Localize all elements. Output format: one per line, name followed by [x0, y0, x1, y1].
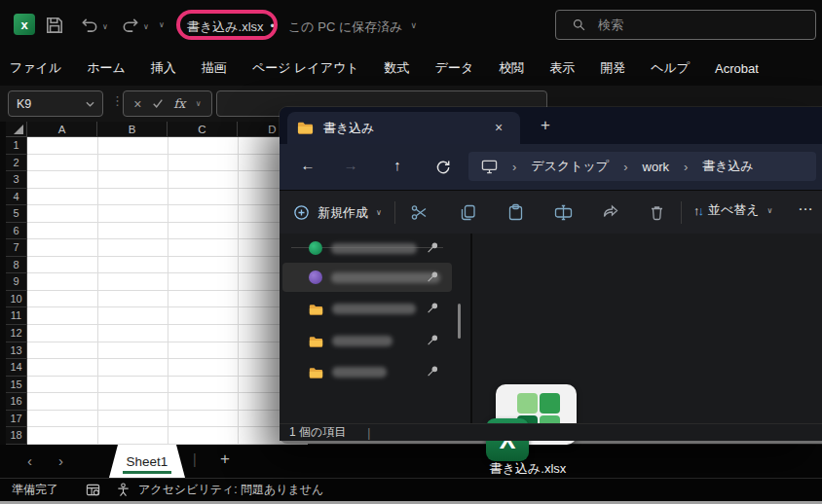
tab-close-icon[interactable]: ×	[489, 119, 508, 138]
sheet-prev-icon[interactable]: ‹	[27, 452, 32, 469]
row-header-1[interactable]: 1	[6, 137, 27, 155]
row-header-9[interactable]: 9	[6, 273, 27, 291]
row-header-5[interactable]: 5	[6, 205, 27, 223]
ribbon-tab-9[interactable]: 開発	[600, 59, 625, 77]
sidebar-item-4[interactable]	[282, 357, 452, 386]
sort-icon: ↑↓	[693, 203, 702, 218]
sheet-next-icon[interactable]: ›	[58, 452, 63, 469]
accessibility-status[interactable]: アクセシビリティ: 問題ありません	[138, 482, 323, 498]
rename-icon[interactable]	[554, 203, 573, 222]
column-header-B[interactable]: B	[97, 122, 168, 137]
ribbon-tab-11[interactable]: Acrobat	[715, 61, 759, 76]
file-name-label[interactable]: 書き込み.xlsx	[450, 460, 606, 478]
ribbon-tab-4[interactable]: ページ レイアウト	[252, 59, 359, 77]
pin-icon[interactable]	[426, 334, 439, 347]
back-icon[interactable]: ←	[297, 157, 318, 178]
ribbon-tab-8[interactable]: 表示	[549, 59, 575, 77]
refresh-icon[interactable]	[431, 157, 453, 178]
quick-access-toolbar-chevron[interactable]: ∨	[159, 20, 165, 29]
breadcrumb-item-0[interactable]: デスクトップ	[531, 158, 609, 175]
sort-button[interactable]: ↑↓ 並べ替え ∨	[693, 201, 772, 219]
more-options-icon[interactable]: …	[798, 197, 815, 214]
column-header-A[interactable]: A	[27, 122, 97, 137]
row-header-13[interactable]: 13	[6, 342, 27, 360]
item-count: 1 個の項目	[289, 424, 346, 441]
row-header-12[interactable]: 12	[6, 325, 27, 342]
name-box[interactable]: K9	[8, 90, 103, 117]
add-sheet-button[interactable]: +	[220, 450, 230, 469]
cells-area[interactable]	[27, 137, 308, 445]
row-header-2[interactable]: 2	[6, 155, 27, 172]
copy-icon[interactable]	[459, 203, 477, 222]
annotation-highlight-box	[176, 10, 278, 40]
excel-status-bar: 準備完了 アクセシビリティ: 問題ありません	[0, 478, 822, 501]
ribbon-tab-2[interactable]: 挿入	[151, 59, 176, 77]
ribbon-tab-3[interactable]: 描画	[202, 59, 227, 77]
sidebar-item-0[interactable]	[282, 234, 452, 263]
sidebar-scrollbar[interactable]	[458, 304, 461, 339]
row-header-6[interactable]: 6	[6, 223, 27, 240]
pin-icon[interactable]	[426, 302, 439, 315]
insert-function-icon[interactable]: fx	[173, 96, 185, 111]
column-header-C[interactable]: C	[168, 122, 238, 137]
ribbon-tab-0[interactable]: ファイル	[10, 59, 61, 77]
ribbon-tab-1[interactable]: ホーム	[87, 59, 126, 77]
fx-chevron[interactable]: ∨	[196, 99, 202, 108]
sidebar-item-2[interactable]	[282, 294, 452, 323]
paste-icon[interactable]	[506, 203, 525, 222]
forward-icon[interactable]: →	[340, 157, 361, 178]
formula-bar-grip-icon[interactable]: ⋮	[111, 93, 123, 108]
row-header-11[interactable]: 11	[6, 307, 27, 325]
row-header-18[interactable]: 18	[6, 427, 27, 445]
undo-dropdown-chevron[interactable]: ∨	[102, 22, 108, 31]
row-header-10[interactable]: 10	[6, 291, 27, 308]
up-icon[interactable]: ↑	[387, 157, 408, 178]
row-header-17[interactable]: 17	[6, 411, 27, 428]
cancel-entry-icon[interactable]: ×	[133, 96, 141, 112]
row-header-4[interactable]: 4	[6, 189, 27, 206]
ribbon-tab-5[interactable]: 数式	[385, 59, 410, 77]
undo-icon[interactable]	[80, 16, 99, 35]
pin-icon[interactable]	[426, 270, 439, 284]
macro-record-icon[interactable]	[86, 483, 100, 497]
save-status[interactable]: この PC に保存済み ∨	[288, 18, 417, 36]
sheet-tab-sheet1[interactable]: Sheet1	[109, 445, 185, 478]
status-separator: |	[367, 426, 370, 440]
search-placeholder: 検索	[598, 17, 623, 34]
confirm-entry-icon[interactable]	[152, 95, 164, 113]
search-icon	[572, 18, 586, 32]
new-tab-button[interactable]: +	[535, 115, 556, 136]
sidebar-item-1[interactable]	[282, 263, 452, 292]
search-input[interactable]: 検索	[555, 10, 816, 40]
breadcrumb-item-2[interactable]: 書き込み	[702, 158, 754, 175]
pin-icon[interactable]	[426, 365, 439, 378]
new-item-button[interactable]: 新規作成 ∨	[289, 199, 386, 226]
active-sheet-underline	[123, 471, 171, 474]
row-header-14[interactable]: 14	[6, 359, 27, 377]
address-bar[interactable]: ›デスクトップ›work›書き込み	[468, 152, 816, 181]
this-pc-icon[interactable]	[481, 159, 498, 174]
save-icon[interactable]	[45, 16, 64, 35]
breadcrumb-item-1[interactable]: work	[643, 160, 669, 174]
explorer-status-bar: 1 個の項目 |	[280, 423, 822, 441]
row-header-3[interactable]: 3	[6, 171, 27, 189]
sidebar-item-3[interactable]	[282, 326, 452, 355]
row-header-8[interactable]: 8	[6, 257, 27, 274]
share-icon[interactable]	[602, 203, 620, 222]
redo-dropdown-chevron[interactable]: ∨	[143, 22, 149, 31]
cut-icon[interactable]	[410, 203, 429, 222]
explorer-tab[interactable]: 書き込み ×	[287, 112, 520, 144]
ribbon-tab-7[interactable]: 校閲	[499, 59, 524, 77]
name-box-chevron-icon[interactable]	[86, 101, 94, 107]
ribbon-tab-10[interactable]: ヘルプ	[651, 59, 690, 77]
row-header-16[interactable]: 16	[6, 393, 27, 411]
ribbon-tab-6[interactable]: データ	[435, 59, 474, 77]
delete-icon[interactable]	[648, 203, 666, 222]
row-header-7[interactable]: 7	[6, 239, 27, 257]
redo-icon[interactable]	[121, 16, 140, 35]
select-all-corner[interactable]	[6, 122, 27, 137]
folder-icon	[297, 121, 314, 135]
accessibility-icon[interactable]	[116, 483, 131, 497]
pin-icon[interactable]	[426, 241, 439, 255]
row-header-15[interactable]: 15	[6, 377, 27, 394]
